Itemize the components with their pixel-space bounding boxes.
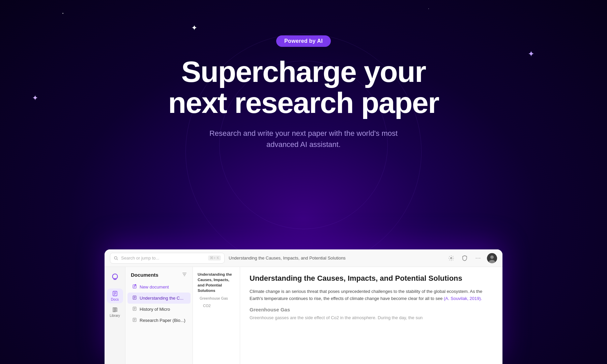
doc-item-new-label: New document	[140, 284, 169, 290]
content-title: Understanding the Causes, Impacts, and P…	[250, 274, 493, 283]
hero-section: Powered by AI Supercharge your next rese…	[0, 0, 607, 175]
doc-item-new[interactable]: New document	[127, 281, 191, 293]
doc-item-understanding-label: Understanding the C...	[140, 296, 183, 301]
filter-icon[interactable]	[182, 272, 187, 278]
topbar: Search or jump to... ⌘+ K Understanding …	[105, 249, 502, 267]
doc-sidebar-header: Documents	[125, 267, 193, 281]
section-body-greenhouse: Greenhouse gasses are the side effect of…	[250, 314, 493, 322]
doc-item-understanding[interactable]: Understanding the C...	[127, 293, 191, 304]
doc-sidebar-title: Documents	[131, 272, 158, 278]
icon-sidebar: Docs Library	[105, 267, 125, 364]
search-placeholder: Search or jump to...	[121, 255, 205, 261]
nav-item-docs[interactable]: Docs	[107, 289, 123, 303]
svg-point-0	[114, 256, 117, 259]
outline-item-co2[interactable]: CO2	[196, 303, 236, 309]
content-citation: (A. Souvilak, 2019).	[444, 296, 482, 301]
section-title-greenhouse: Greenhouse Gas	[250, 307, 493, 312]
search-shortcut: ⌘+ K	[208, 255, 221, 261]
doc-item-research[interactable]: Research Paper (Bio...)	[127, 315, 191, 326]
svg-point-2	[451, 257, 452, 259]
shield-icon[interactable]	[460, 253, 469, 263]
doc-list: New document Understanding the C...	[125, 281, 193, 326]
content-area: Understanding the Causes, Impacts, and P…	[240, 267, 502, 364]
outline-item-greenhouse[interactable]: Greenhouse Gas	[196, 295, 236, 302]
doc-sidebar: Documents	[125, 267, 193, 364]
hero-subtitle: Research and write your next paper with …	[209, 128, 398, 150]
ai-badge: Powered by AI	[276, 35, 331, 47]
app-window: Search or jump to... ⌘+ K Understanding …	[105, 249, 502, 364]
doc-understanding-icon	[132, 295, 137, 301]
settings-icon[interactable]	[446, 253, 456, 263]
outline-item-main: Understanding the Causes, Impacts, and P…	[196, 271, 236, 294]
avatar	[487, 253, 497, 263]
doc-history-icon	[132, 306, 137, 312]
topbar-icons: ···	[446, 253, 497, 263]
doc-item-history[interactable]: History of Micro	[127, 304, 191, 315]
logo-icon	[109, 271, 121, 283]
doc-research-icon	[132, 317, 137, 323]
doc-item-research-label: Research Paper (Bio...)	[140, 318, 185, 323]
breadcrumb: Understanding the Causes, Impacts, and P…	[229, 255, 442, 261]
content-body: Climate change is an serious threat that…	[250, 288, 493, 302]
search-icon	[114, 256, 118, 261]
more-icon[interactable]: ···	[473, 253, 483, 263]
nav-item-library[interactable]: Library	[107, 305, 123, 320]
outline-panel: Understanding the Causes, Impacts, and P…	[193, 267, 240, 364]
hero-title: Supercharge your next research paper	[168, 56, 439, 119]
new-doc-icon	[132, 284, 137, 290]
doc-item-history-label: History of Micro	[140, 307, 170, 312]
search-box[interactable]: Search or jump to... ⌘+ K	[110, 253, 225, 264]
nav-item-docs-label: Docs	[111, 298, 119, 301]
svg-line-1	[117, 259, 118, 260]
main-layout: Docs Library Documents	[105, 267, 502, 364]
svg-point-4	[490, 255, 494, 259]
nav-item-library-label: Library	[110, 314, 120, 317]
